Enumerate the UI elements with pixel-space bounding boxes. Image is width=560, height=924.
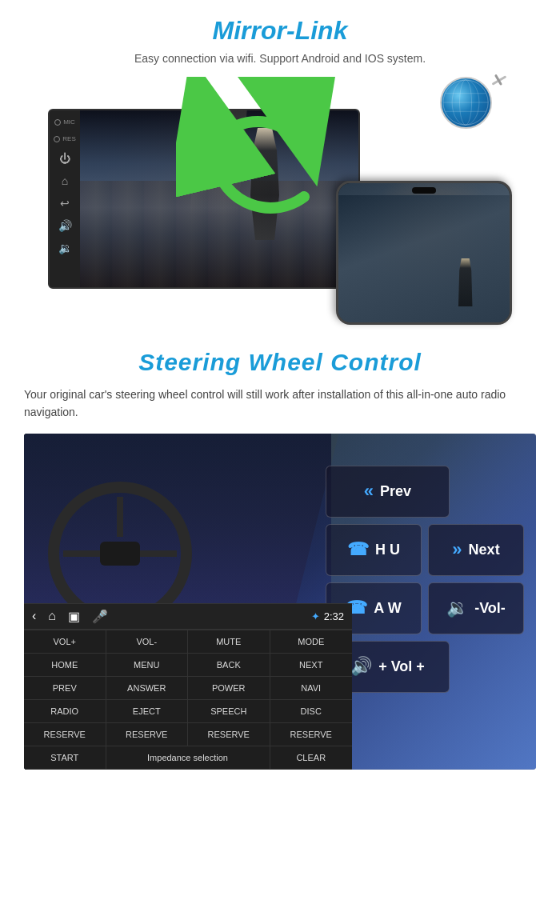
phone-mockup	[336, 181, 512, 325]
volume-down-icon[interactable]: 🔉	[58, 242, 72, 254]
prev-label: Prev	[380, 483, 411, 500]
steering-desc: Your original car's steering wheel contr…	[24, 386, 536, 422]
impedance-cell[interactable]: Impedance selection	[106, 746, 270, 770]
prev-cell[interactable]: PREV	[24, 677, 106, 700]
vol-minus-label: -Vol-	[474, 600, 506, 617]
nav-time: 2:32	[324, 610, 344, 622]
back-nav-icon[interactable]: ‹	[32, 609, 36, 623]
mirror-link-image: MIC RES ⏻ ⌂ ↩ 🔊 🔉	[48, 77, 512, 325]
speech-cell[interactable]: SPEECH	[188, 700, 270, 723]
back-cell[interactable]: BACK	[188, 654, 270, 677]
mirror-link-arrow	[176, 77, 352, 253]
mic-label: MIC	[63, 118, 75, 126]
reserve3-cell[interactable]: RESERVE	[188, 723, 270, 746]
clear-cell[interactable]: CLEAR	[270, 746, 353, 770]
eject-cell[interactable]: EJECT	[106, 700, 189, 723]
start-cell[interactable]: START	[24, 746, 106, 770]
radio-sidebar: MIC RES ⏻ ⌂ ↩ 🔊 🔉	[50, 110, 80, 287]
next-cell[interactable]: NEXT	[270, 654, 353, 677]
back-icon[interactable]: ↩	[60, 197, 70, 210]
prev-icon: «	[364, 481, 374, 502]
vol-up-icon: 🔊	[350, 656, 372, 677]
home-nav-icon[interactable]: ⌂	[48, 609, 56, 623]
globe-icon	[440, 77, 504, 141]
aw-label: A W	[374, 600, 401, 617]
reserve2-cell[interactable]: RESERVE	[106, 723, 189, 746]
next-button[interactable]: » Next	[428, 524, 524, 576]
steering-title: Steering Wheel Control	[24, 349, 536, 376]
hu-next-row: ☎ H U » Next	[326, 524, 524, 576]
mirror-link-subtitle: Easy connection via wifi. Support Androi…	[24, 52, 536, 65]
disc-cell[interactable]: DISC	[270, 700, 353, 723]
res-label: RES	[62, 135, 75, 142]
mode-cell[interactable]: MODE	[270, 630, 353, 654]
phone-nav-bar: ‹ ⌂ ▣ 🎤 ✦ 2:32	[24, 604, 352, 630]
mute-cell[interactable]: MUTE	[188, 630, 270, 654]
power-icon[interactable]: ⏻	[59, 152, 70, 165]
prev-button[interactable]: « Prev	[326, 466, 450, 518]
aw-volminus-row: ☎ A W 🔉 -Vol-	[326, 582, 524, 634]
mirror-link-section: Mirror-Link Easy connection via wifi. Su…	[0, 0, 560, 333]
answer-cell[interactable]: ANSWER	[106, 677, 189, 700]
steering-image-container: « Prev ☎ H U » Next ☎ A W	[24, 434, 536, 770]
tabs-nav-icon[interactable]: ▣	[68, 609, 80, 624]
mic-nav-icon[interactable]: 🎤	[92, 609, 108, 624]
bluetooth-icon: ✦	[311, 610, 320, 622]
menu-cell[interactable]: MENU	[106, 654, 189, 677]
hu-label: H U	[375, 542, 400, 558]
vol-plus-label: + Vol +	[378, 658, 425, 675]
reserve4-cell[interactable]: RESERVE	[270, 723, 353, 746]
volume-up-icon[interactable]: 🔊	[58, 219, 72, 232]
next-label: Next	[469, 542, 500, 558]
nav-time-area: ✦ 2:32	[311, 610, 344, 622]
phone-screen	[338, 183, 510, 322]
vol-minus-cell[interactable]: VOL-	[106, 630, 189, 654]
home-cell[interactable]: HOME	[24, 654, 106, 677]
power-cell[interactable]: POWER	[188, 677, 270, 700]
control-buttons-panel: « Prev ☎ H U » Next ☎ A W	[326, 466, 524, 693]
phone-icon: ☎	[347, 539, 369, 560]
home-icon[interactable]: ⌂	[62, 174, 68, 187]
navi-cell[interactable]: NAVI	[270, 677, 353, 700]
vol-down-icon: 🔉	[446, 598, 468, 618]
phone-control-panel: ‹ ⌂ ▣ 🎤 ✦ 2:32 VOL+ VOL- MUTE MODE HOME …	[24, 603, 352, 770]
radio-cell[interactable]: RADIO	[24, 700, 106, 723]
hu-button[interactable]: ☎ H U	[326, 524, 422, 576]
mirror-link-title: Mirror-Link	[24, 16, 536, 46]
vol-minus-button[interactable]: 🔉 -Vol-	[428, 582, 524, 634]
vol-plus-cell[interactable]: VOL+	[24, 630, 106, 654]
reserve1-cell[interactable]: RESERVE	[24, 723, 106, 746]
next-icon: »	[452, 539, 462, 560]
control-grid: VOL+ VOL- MUTE MODE HOME MENU BACK NEXT …	[24, 630, 352, 770]
steering-section: Steering Wheel Control Your original car…	[0, 333, 560, 778]
